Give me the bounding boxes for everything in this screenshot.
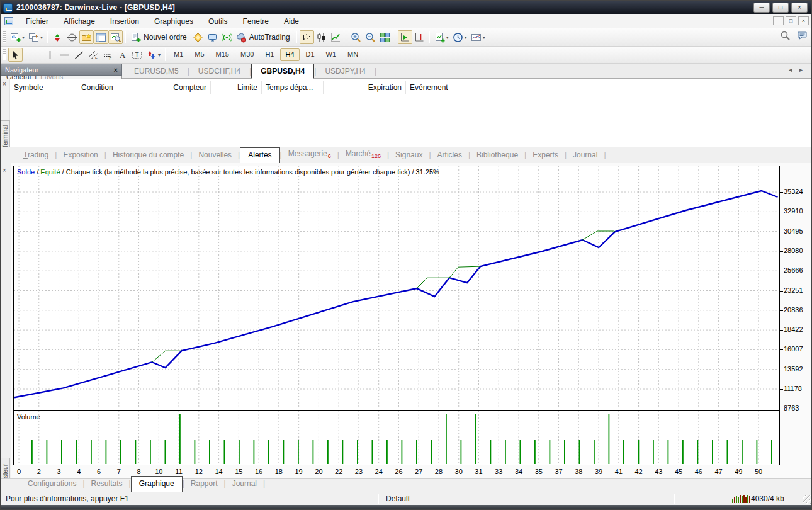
resize-grip[interactable] [803, 495, 812, 504]
tester-tab-rapport[interactable]: Rapport [184, 476, 224, 492]
minimize-icon[interactable]: ─ [753, 3, 770, 13]
dropdown-caret-icon[interactable]: ▾ [22, 35, 25, 40]
menu-outils[interactable]: Outils [201, 15, 235, 28]
cursor-button[interactable] [8, 48, 23, 62]
zoom-out-button[interactable] [363, 30, 378, 44]
terminal-close-icon[interactable]: × [3, 81, 6, 88]
chat-icon[interactable] [797, 30, 808, 43]
autotrading-button[interactable]: AutoTrading [234, 30, 294, 44]
timeframe-h1[interactable]: H1 [260, 48, 279, 61]
tester-tab-resultats[interactable]: Resultats [85, 476, 129, 492]
terminal-tab-signaux[interactable]: Signaux [389, 147, 429, 163]
alerts-column-limite[interactable]: Limite [211, 81, 262, 94]
tester-result-chart[interactable] [13, 166, 780, 411]
menu-fichier[interactable]: Fichier [18, 15, 56, 28]
market-watch-button[interactable] [50, 30, 65, 44]
maximize-icon[interactable]: □ [772, 3, 789, 13]
terminal-button[interactable] [94, 30, 108, 44]
timeframe-m5[interactable]: M5 [189, 48, 209, 61]
alerts-column-compteur[interactable]: Compteur [152, 81, 211, 94]
navigator-close-icon[interactable]: × [114, 66, 118, 74]
chart-tab-gbpusdh4[interactable]: GBPUSD,H4 [251, 64, 314, 79]
timeframe-h4[interactable]: H4 [280, 48, 299, 61]
menu-graphiques[interactable]: Graphiques [147, 15, 201, 28]
signals-button[interactable] [220, 30, 234, 44]
tester-close-icon[interactable]: × [3, 167, 6, 174]
dropdown-caret-icon[interactable]: ▾ [446, 35, 449, 40]
chart-tab-eurusdm5[interactable]: EURUSD,M5 [125, 64, 188, 78]
tester-tab-journal[interactable]: Journal [226, 476, 263, 492]
fibonacci-button[interactable]: F [101, 48, 115, 62]
arrows-button[interactable]: ▾ [144, 48, 162, 62]
timeframe-m15[interactable]: M15 [211, 48, 234, 61]
alerts-column-evenement[interactable]: Evénement [406, 81, 500, 94]
new-chart-button[interactable]: ▾ [8, 30, 26, 44]
alerts-column-tempsdepa[interactable]: Temps dépa... [262, 81, 324, 94]
horizontal-line-button[interactable] [57, 48, 72, 62]
data-window-button[interactable] [65, 30, 79, 44]
dropdown-caret-icon[interactable]: ▾ [483, 35, 485, 40]
alerts-column-expiration[interactable]: Expiration [324, 81, 406, 94]
zoom-in-button[interactable] [349, 30, 363, 44]
profiles-button[interactable]: ▾ [26, 30, 45, 44]
dropdown-caret-icon[interactable]: ▾ [158, 52, 161, 58]
tester-tab-configurations[interactable]: Configurations [21, 476, 82, 492]
publish-button[interactable] [205, 30, 220, 44]
dropdown-caret-icon[interactable]: ▾ [465, 35, 467, 40]
channel-button[interactable]: E [86, 48, 101, 62]
status-profile[interactable]: Default [386, 494, 410, 503]
candlestick-button[interactable] [314, 30, 329, 44]
timeframe-mn[interactable]: MN [342, 48, 363, 61]
alerts-column-condition[interactable]: Condition [77, 81, 152, 94]
timeframe-m1[interactable]: M1 [169, 48, 188, 61]
tab-scroll-right-icon[interactable]: ► [798, 67, 809, 73]
timeframe-w1[interactable]: W1 [321, 48, 342, 61]
menu-fenetre[interactable]: Fenetre [235, 15, 276, 28]
chart-shift-button[interactable] [412, 30, 427, 44]
terminal-tab-exposition[interactable]: Exposition [57, 147, 104, 163]
templates-button[interactable]: ▾ [469, 30, 487, 44]
menu-affichage[interactable]: Affichage [56, 15, 103, 28]
terminal-tab-trading[interactable]: Trading [17, 147, 55, 163]
indicators-button[interactable]: ▾ [432, 30, 451, 44]
crosshair-button[interactable] [23, 48, 37, 62]
navigator-panel-header[interactable]: Navigateur × [1, 64, 122, 76]
terminal-tab-messagerie[interactable]: Messagerie6 [282, 146, 337, 163]
menu-insertion[interactable]: Insertion [103, 15, 147, 28]
chart-tab-usdchfh4[interactable]: USDCHF,H4 [189, 64, 249, 78]
new-order-button[interactable]: Nouvel ordre [128, 30, 191, 44]
periods-button[interactable]: ▾ [451, 30, 469, 44]
line-chart-button[interactable] [329, 30, 343, 44]
mdi-minimize-icon[interactable]: ─ [773, 16, 784, 25]
navigator-button[interactable] [79, 30, 94, 44]
terminal-tab-nouvelles[interactable]: Nouvelles [192, 147, 238, 163]
tester-tab-graphique[interactable]: Graphique [131, 476, 183, 492]
strategy-tester-button[interactable] [108, 30, 123, 44]
close-icon[interactable]: × [791, 3, 808, 13]
mdi-restore-icon[interactable]: □ [786, 16, 796, 25]
auto-scroll-button[interactable] [398, 30, 412, 44]
menu-aide[interactable]: Aide [276, 15, 307, 28]
label-button[interactable]: T [130, 48, 144, 62]
terminal-tab-bibliotheque[interactable]: Bibliotheque [470, 147, 524, 163]
terminal-tab-journal[interactable]: Journal [567, 147, 604, 163]
tile-windows-button[interactable] [378, 30, 392, 44]
terminal-tab-articles[interactable]: Articles [431, 147, 468, 163]
tab-scroll-left-icon[interactable]: ◄ [787, 67, 798, 73]
terminal-tab-experts[interactable]: Experts [526, 147, 565, 163]
vertical-line-button[interactable] [43, 48, 57, 62]
terminal-tab-alertes[interactable]: Alertes [240, 147, 279, 164]
chart-tab-usdjpyh4[interactable]: USDJPY,H4 [316, 64, 374, 78]
dropdown-caret-icon[interactable]: ▾ [40, 35, 43, 40]
metaeditor-button[interactable] [191, 30, 205, 44]
alerts-column-symbole[interactable]: Symbole [10, 81, 77, 94]
terminal-tab-historiqueducompte[interactable]: Historique du compte [106, 147, 190, 163]
bar-chart-button[interactable] [300, 30, 314, 44]
search-icon[interactable] [780, 30, 791, 43]
terminal-tab-marche[interactable]: Marché126 [339, 146, 387, 163]
trendline-button[interactable] [72, 48, 86, 62]
mdi-close-icon[interactable]: × [798, 16, 809, 25]
tester-volume-chart[interactable] [13, 411, 780, 465]
timeframe-m30[interactable]: M30 [235, 48, 259, 61]
text-button[interactable]: A [115, 48, 130, 62]
